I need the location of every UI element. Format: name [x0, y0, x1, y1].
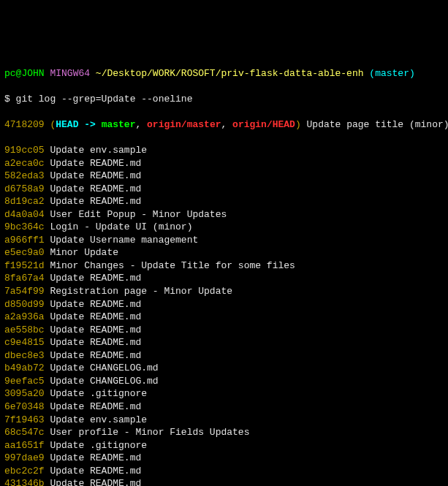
commit-hash: ae558bc — [4, 324, 45, 335]
commit-hash: 8fa67a4 — [4, 273, 45, 284]
origin-master: origin/master — [147, 119, 221, 130]
commit-line: f19521d Minor Changes - Update Title for… — [4, 259, 444, 273]
commit-msg: Login - Update UI (minor) — [45, 221, 193, 232]
commit-hash: dbec8e3 — [4, 350, 45, 361]
origin-head: origin/HEAD — [232, 119, 295, 130]
commit-line: 919cc05 Update env.sample — [4, 144, 444, 157]
master-label: master — [96, 119, 136, 130]
commit-hash: 68c547c — [4, 427, 45, 438]
commit-hash: 6e70348 — [4, 401, 45, 412]
commit-hash: e5ec9a0 — [4, 247, 45, 258]
commit-hash: c9e4815 — [4, 337, 45, 348]
commit-msg: Update README.md — [45, 311, 142, 322]
commit-line: 997dae9 Update README.md — [4, 452, 444, 465]
commit-msg: Update Username management — [45, 235, 199, 246]
prompt-user: pc@JOHN — [4, 68, 45, 79]
commit-hash: 582eda3 — [4, 170, 45, 181]
sep: , — [221, 119, 232, 130]
commit-hash: 9eefac5 — [4, 376, 45, 387]
prompt-env: MINGW64 — [50, 68, 90, 79]
commit-line: c9e4815 Update README.md — [4, 336, 444, 349]
commit-line: a2eca0c Update README.md — [4, 157, 444, 170]
command-line[interactable]: $ git log --grep=Update --oneline — [4, 93, 444, 106]
commit-line: b49ab72 Update CHANGELOG.md — [4, 362, 444, 375]
commit-line: 7a54f99 Registration page - Minor Update — [4, 285, 444, 298]
commit-msg: User profile - Minor Fields Updates — [45, 427, 250, 438]
commit-line: aa1651f Update .gitignore — [4, 439, 444, 452]
commit-msg: Update README.md — [45, 452, 142, 463]
commit-hash: 7a54f99 — [4, 286, 45, 297]
head-commit-line: 4718209 (HEAD -> master, origin/master, … — [4, 118, 444, 132]
commit-hash: ebc2c2f — [4, 466, 45, 476]
commit-hash: b49ab72 — [4, 362, 45, 373]
commit-msg: Update CHANGELOG.md — [45, 362, 159, 373]
commit-line: 582eda3 Update README.md — [4, 170, 444, 183]
commit-line: 6e70348 Update README.md — [4, 400, 444, 414]
commit-msg: Update README.md — [45, 466, 142, 476]
commit-msg: Update README.md — [45, 324, 142, 335]
commit-msg: Update page title (minor) — [301, 119, 448, 130]
commit-hash: d4a0a04 — [4, 209, 45, 220]
commit-line: 431346b Update README.md — [4, 477, 444, 486]
prompt-line: pc@JOHN MINGW64 ~/Desktop/WORK/ROSOFT/pr… — [4, 67, 444, 80]
commit-line: 8fa67a4 Update README.md — [4, 272, 444, 285]
sep: , — [135, 119, 147, 130]
commit-line: 8d19ca2 Update README.md — [4, 195, 444, 208]
commit-hash: a2a936a — [4, 311, 45, 322]
commit-line: dbec8e3 Update README.md — [4, 349, 444, 362]
commit-msg: Registration page - Minor Update — [45, 286, 232, 297]
commit-hash: d850d99 — [4, 299, 45, 310]
commit-hash: a2eca0c — [4, 158, 45, 169]
commit-line: a2a936a Update README.md — [4, 311, 444, 324]
commit-hash: a966ff1 — [4, 235, 45, 246]
commit-msg: User Edit Popup - Minor Updates — [45, 209, 227, 220]
commit-hash: 8d19ca2 — [4, 196, 45, 207]
commit-msg: Update README.md — [45, 337, 142, 348]
commit-line: 3095a20 Update .gitignore — [4, 387, 444, 400]
terminal-output: pc@JOHN MINGW64 ~/Desktop/WORK/ROSOFT/pr… — [4, 54, 444, 486]
commit-msg: Update README.md — [45, 183, 142, 194]
commit-msg: Update README.md — [45, 158, 142, 169]
commit-line: 68c547c User profile - Minor Fields Upda… — [4, 426, 444, 439]
commit-hash: 9bc364c — [4, 221, 45, 232]
commit-line: 7f19463 Update env.sample — [4, 414, 444, 427]
commits-list: 919cc05 Update env.samplea2eca0c Update … — [4, 144, 444, 486]
commit-line: d4a0a04 User Edit Popup - Minor Updates — [4, 208, 444, 221]
commit-msg: Minor Update — [45, 247, 118, 258]
commit-hash: d6758a9 — [4, 183, 45, 194]
commit-msg: Minor Changes - Update Title for some fi… — [45, 260, 295, 271]
head-label: HEAD -> — [56, 119, 96, 130]
commit-line: d6758a9 Update README.md — [4, 183, 444, 196]
commit-line: e5ec9a0 Minor Update — [4, 246, 444, 259]
commit-line: ae558bc Update README.md — [4, 324, 444, 337]
commit-hash: 4718209 — [4, 119, 45, 130]
commit-msg: Update README.md — [45, 478, 142, 486]
commit-hash: 919cc05 — [4, 145, 45, 156]
paren-close: ) — [295, 119, 301, 130]
commit-line: a966ff1 Update Username management — [4, 234, 444, 247]
commit-hash: 7f19463 — [4, 414, 45, 425]
commit-msg: Update README.md — [45, 170, 142, 181]
commit-hash: 431346b — [4, 478, 45, 486]
commit-msg: Update .gitignore — [45, 388, 147, 399]
commit-hash: f19521d — [4, 260, 45, 271]
prompt-branch: (master) — [369, 68, 414, 79]
commit-msg: Update README.md — [45, 299, 142, 310]
commit-msg: Update .gitignore — [45, 440, 147, 451]
commit-hash: 3095a20 — [4, 388, 45, 399]
prompt-path: ~/Desktop/WORK/ROSOFT/priv-flask-datta-a… — [96, 68, 364, 79]
commit-line: 9eefac5 Update CHANGELOG.md — [4, 375, 444, 388]
commit-line: ebc2c2f Update README.md — [4, 465, 444, 478]
commit-msg: Update README.md — [45, 350, 142, 361]
commit-hash: aa1651f — [4, 440, 45, 451]
commit-msg: Update CHANGELOG.md — [45, 376, 159, 387]
commit-msg: Update README.md — [45, 196, 142, 207]
commit-hash: 997dae9 — [4, 452, 45, 463]
commit-line: 9bc364c Login - Update UI (minor) — [4, 221, 444, 234]
commit-msg: Update README.md — [45, 273, 142, 284]
commit-msg: Update env.sample — [45, 414, 147, 425]
commit-msg: Update env.sample — [45, 145, 147, 156]
commit-msg: Update README.md — [45, 401, 142, 412]
commit-line: d850d99 Update README.md — [4, 298, 444, 311]
